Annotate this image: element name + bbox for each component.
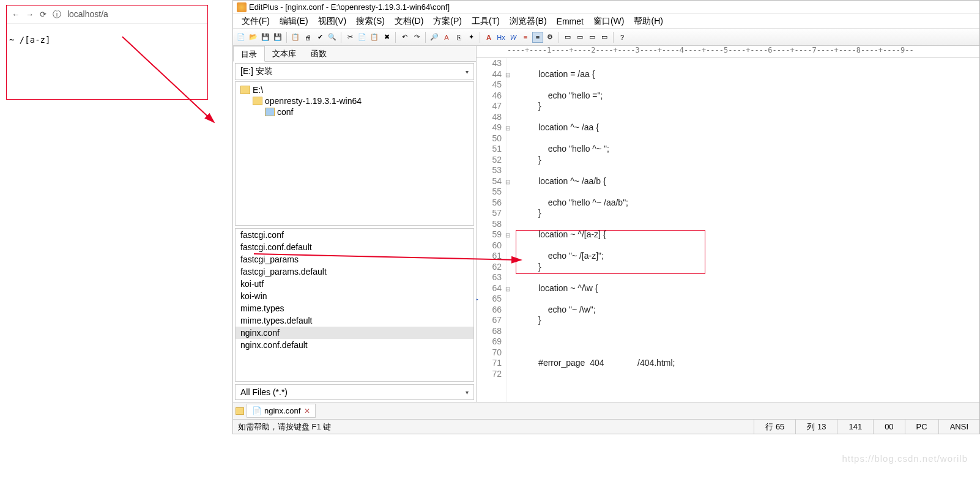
menu-project[interactable]: 方案(P): [428, 15, 467, 28]
wrap-icon[interactable]: W: [508, 32, 519, 43]
menu-document[interactable]: 文档(D): [390, 15, 428, 28]
code-line[interactable]: echo "hello ^~ ";: [519, 144, 979, 155]
file-row[interactable]: fastcgi_params.default: [236, 265, 473, 278]
file-row[interactable]: fastcgi.conf: [236, 229, 473, 241]
code-line[interactable]: [519, 133, 979, 144]
tab-directory[interactable]: 目录: [233, 46, 265, 62]
save-icon[interactable]: 💾: [260, 32, 271, 43]
menu-help[interactable]: 帮助(H): [629, 15, 667, 28]
code-line[interactable]: }: [519, 155, 979, 166]
font-icon[interactable]: A: [483, 32, 494, 43]
code-line[interactable]: echo "~ /\w";: [519, 305, 979, 316]
address-bar[interactable]: ⓘ localhost/a: [53, 9, 108, 20]
menu-edit[interactable]: 编辑(E): [275, 15, 313, 28]
code-line[interactable]: location ^~ /aa/b {: [519, 176, 979, 187]
hex-icon[interactable]: Hx: [496, 32, 507, 43]
line-gutter: 4344454647484950515253545556575859606162…: [477, 58, 507, 402]
code-line[interactable]: [519, 369, 979, 380]
bookmark-icon[interactable]: ✦: [466, 32, 477, 43]
file-row[interactable]: nginx.conf.default: [236, 339, 473, 351]
print-icon[interactable]: 🖨: [302, 32, 313, 43]
code-line[interactable]: echo "hello ^~ /aa/b";: [519, 198, 979, 209]
code-lines[interactable]: location = /aa { echo "hello ="; } locat…: [507, 58, 979, 402]
undo-icon[interactable]: ↶: [399, 32, 410, 43]
linenum-icon[interactable]: ≡: [520, 32, 531, 43]
code-line[interactable]: }: [519, 262, 979, 273]
preview-icon[interactable]: 🔍: [327, 32, 338, 43]
ruler-icon[interactable]: ≡: [532, 32, 543, 43]
code-line[interactable]: #error_page 404 /404.html;: [519, 358, 979, 369]
code-line[interactable]: [519, 219, 979, 230]
menu-file[interactable]: 文件(F): [237, 15, 275, 28]
spellcheck-icon[interactable]: ✔: [314, 32, 325, 43]
menu-view[interactable]: 视图(V): [313, 15, 352, 28]
menu-window[interactable]: 窗口(W): [588, 15, 629, 28]
code-line[interactable]: [519, 294, 979, 305]
drive-selector[interactable]: [E:] 安装 ▾: [235, 63, 474, 80]
panel2-icon[interactable]: ▭: [574, 32, 585, 43]
close-icon[interactable]: ✕: [304, 407, 310, 415]
panel3-icon[interactable]: ▭: [587, 32, 598, 43]
redo-icon[interactable]: ↷: [411, 32, 422, 43]
code-line[interactable]: echo "hello =";: [519, 91, 979, 102]
file-filter[interactable]: All Files (*.*) ▾: [235, 384, 474, 400]
folder-row[interactable]: E:\: [236, 84, 473, 95]
code-line[interactable]: echo "~ /[a-z]";: [519, 251, 979, 262]
panel4-icon[interactable]: ▭: [599, 32, 610, 43]
code-line[interactable]: [519, 272, 979, 283]
code-line[interactable]: }: [519, 101, 979, 112]
file-row[interactable]: fastcgi.conf.default: [236, 241, 473, 253]
cut-icon[interactable]: ✂: [344, 32, 355, 43]
file-list[interactable]: fastcgi.conffastcgi.conf.defaultfastcgi_…: [235, 228, 474, 382]
code-line[interactable]: [519, 326, 979, 337]
panel1-icon[interactable]: ▭: [562, 32, 573, 43]
tab-functions[interactable]: 函数: [303, 46, 334, 61]
code-line[interactable]: [519, 347, 979, 358]
watermark: https://blog.csdn.net/worilb: [842, 453, 968, 464]
back-icon[interactable]: ←: [12, 10, 20, 19]
forward-icon[interactable]: →: [26, 10, 34, 19]
open-file-icon[interactable]: 📂: [248, 32, 259, 43]
settings-icon[interactable]: ⚙: [544, 32, 555, 43]
code-line[interactable]: [519, 240, 979, 251]
folder-tree[interactable]: E:\openresty-1.19.3.1-win64conf: [235, 81, 474, 226]
code-line[interactable]: }: [519, 208, 979, 219]
menu-tools[interactable]: 工具(T): [467, 15, 505, 28]
delete-icon[interactable]: ✖: [381, 32, 392, 43]
copy2-icon[interactable]: 📄: [357, 32, 368, 43]
file-row[interactable]: fastcgi_params: [236, 253, 473, 265]
new-file-icon[interactable]: 📄: [236, 32, 247, 43]
file-row[interactable]: mime.types.default: [236, 314, 473, 327]
paste-icon[interactable]: 📋: [369, 32, 380, 43]
doc-tab-nginx[interactable]: 📄 nginx.conf ✕: [247, 404, 316, 418]
code-line[interactable]: [519, 58, 979, 69]
code-line[interactable]: [519, 165, 979, 176]
code-line[interactable]: location ~ ^/[a-z] {: [519, 229, 979, 240]
code-line[interactable]: location = /aa {: [519, 69, 979, 80]
tab-cliptext[interactable]: 文本库: [265, 46, 303, 61]
menu-emmet[interactable]: Emmet: [552, 15, 588, 28]
code-line[interactable]: }: [519, 315, 979, 326]
help-icon[interactable]: ?: [617, 32, 628, 43]
folder-row[interactable]: conf: [236, 106, 473, 117]
file-row[interactable]: nginx.conf: [236, 327, 473, 339]
reload-icon[interactable]: ⟳: [40, 10, 46, 19]
folder-row[interactable]: openresty-1.19.3.1-win64: [236, 95, 473, 106]
copy-icon[interactable]: 📋: [290, 32, 301, 43]
code-line[interactable]: [519, 336, 979, 347]
save-all-icon[interactable]: 💾: [272, 32, 283, 43]
file-row[interactable]: koi-utf: [236, 278, 473, 290]
file-row[interactable]: koi-win: [236, 290, 473, 302]
menu-browser[interactable]: 浏览器(B): [505, 15, 552, 28]
code-line[interactable]: [519, 80, 979, 91]
file-row[interactable]: mime.types: [236, 302, 473, 314]
goto-icon[interactable]: ⎘: [453, 32, 464, 43]
replace-icon[interactable]: A: [441, 32, 452, 43]
code-line[interactable]: location ~ ^/\w {: [519, 283, 979, 294]
code-line[interactable]: [519, 187, 979, 198]
find-icon[interactable]: 🔎: [429, 32, 440, 43]
code-editor[interactable]: 4344454647484950515253545556575859606162…: [477, 58, 979, 402]
code-line[interactable]: [519, 112, 979, 123]
menu-search[interactable]: 搜索(S): [351, 15, 390, 28]
code-line[interactable]: location ^~ /aa {: [519, 122, 979, 133]
